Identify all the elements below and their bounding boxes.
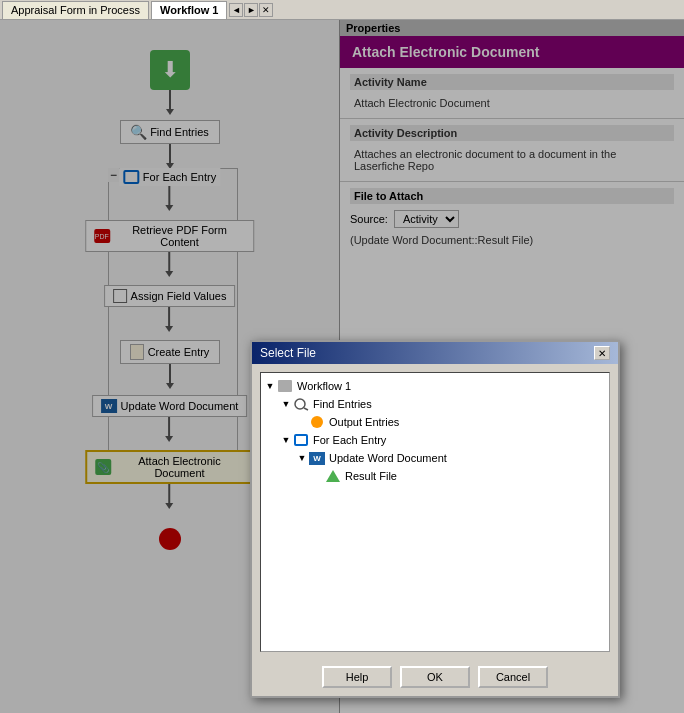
nav-next-btn[interactable]: ► bbox=[244, 3, 258, 17]
tree-item-find-entries[interactable]: ▼ Find Entries bbox=[265, 395, 605, 413]
tree-item-result-file[interactable]: ► Result File bbox=[265, 467, 605, 485]
tree-label-update-word: Update Word Document bbox=[329, 452, 447, 464]
cancel-button[interactable]: Cancel bbox=[478, 666, 548, 688]
svg-line-2 bbox=[304, 408, 308, 410]
modal-title-bar: Select File ✕ bbox=[252, 342, 618, 364]
result-file-icon bbox=[325, 469, 341, 483]
tree-label-find-entries: Find Entries bbox=[313, 398, 372, 410]
svg-rect-3 bbox=[295, 435, 307, 445]
expander-workflow1[interactable]: ▼ bbox=[265, 381, 275, 391]
modal-overlay: Select File ✕ ▼ Workflow 1 ▼ bbox=[0, 20, 684, 713]
tree-item-update-word[interactable]: ▼ W Update Word Document bbox=[265, 449, 605, 467]
tab-appraisal[interactable]: Appraisal Form in Process bbox=[2, 1, 149, 19]
nav-prev-btn[interactable]: ◄ bbox=[229, 3, 243, 17]
tree-item-for-each[interactable]: ▼ For Each Entry bbox=[265, 431, 605, 449]
tree-label-output-entries: Output Entries bbox=[329, 416, 399, 428]
modal-title: Select File bbox=[260, 346, 316, 360]
tree-item-workflow1[interactable]: ▼ Workflow 1 bbox=[265, 377, 605, 395]
tree-label-for-each: For Each Entry bbox=[313, 434, 386, 446]
svg-point-1 bbox=[295, 399, 305, 409]
expander-find-entries[interactable]: ▼ bbox=[281, 399, 291, 409]
find-entries-tree-icon bbox=[293, 397, 309, 411]
select-file-dialog: Select File ✕ ▼ Workflow 1 ▼ bbox=[250, 340, 620, 698]
output-entries-icon bbox=[309, 415, 325, 429]
ok-button[interactable]: OK bbox=[400, 666, 470, 688]
for-each-tree-icon bbox=[293, 433, 309, 447]
tab-workflow1[interactable]: Workflow 1 bbox=[151, 1, 227, 19]
svg-rect-0 bbox=[278, 380, 292, 392]
main-area: − ⬇ 🔍 Find Entries For Each Entry bbox=[0, 20, 684, 713]
tree-item-output-entries[interactable]: ► Output Entries bbox=[265, 413, 605, 431]
modal-footer: Help OK Cancel bbox=[252, 660, 618, 696]
modal-close-btn[interactable]: ✕ bbox=[594, 346, 610, 360]
tab-appraisal-label: Appraisal Form in Process bbox=[11, 4, 140, 16]
tab-workflow1-label: Workflow 1 bbox=[160, 4, 218, 16]
tab-bar: Appraisal Form in Process Workflow 1 ◄ ►… bbox=[0, 0, 684, 20]
tree-label-result-file: Result File bbox=[345, 470, 397, 482]
expander-for-each[interactable]: ▼ bbox=[281, 435, 291, 445]
expander-update-word[interactable]: ▼ bbox=[297, 453, 307, 463]
file-tree[interactable]: ▼ Workflow 1 ▼ Find Entries bbox=[260, 372, 610, 652]
tab-close-btn[interactable]: ✕ bbox=[259, 3, 273, 17]
tree-label-workflow1: Workflow 1 bbox=[297, 380, 351, 392]
help-button[interactable]: Help bbox=[322, 666, 392, 688]
update-word-tree-icon: W bbox=[309, 451, 325, 465]
modal-body: ▼ Workflow 1 ▼ Find Entries bbox=[252, 364, 618, 660]
workflow1-icon bbox=[277, 379, 293, 393]
